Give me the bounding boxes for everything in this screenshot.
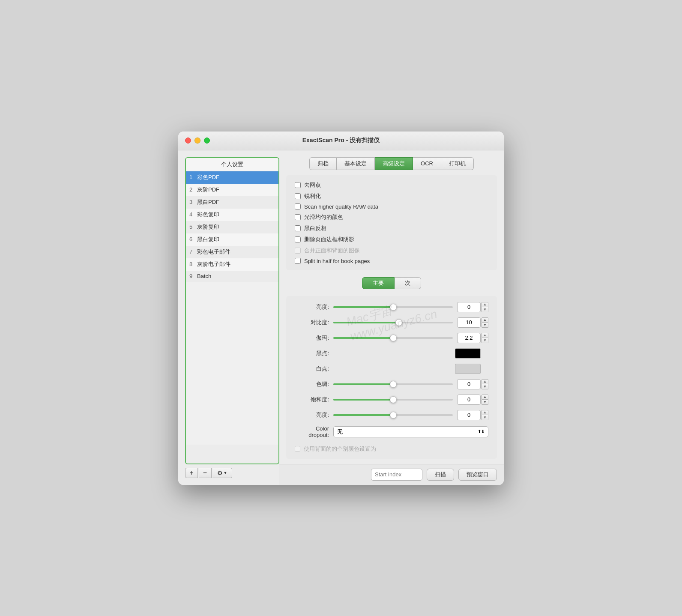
sidebar-item[interactable]: 8灰阶电子邮件: [186, 258, 278, 271]
item-label: 彩色电子邮件: [197, 248, 275, 256]
sidebar-header: 个人设置: [186, 158, 278, 171]
item-number: 5: [189, 224, 197, 230]
slider-track[interactable]: [333, 383, 453, 385]
sidebar-item[interactable]: 7彩色电子邮件: [186, 246, 278, 258]
option-checkbox-row: Split in half for book pages: [295, 258, 488, 264]
slider-value-box: 0 ▲ ▼: [457, 410, 488, 420]
bottom-bar: 扫描 预览窗口: [279, 464, 504, 485]
sidebar-item[interactable]: 1彩色PDF: [186, 171, 278, 184]
start-index-input[interactable]: [371, 469, 422, 481]
stepper-up[interactable]: ▲: [482, 333, 488, 338]
option-checkbox[interactable]: [295, 236, 301, 242]
color-label: 白点:: [295, 365, 329, 373]
sidebar-footer: + − ⚙ ▼: [185, 468, 279, 478]
slider-track[interactable]: [333, 414, 453, 416]
option-checkbox-row: Scan higher quality RAW data: [295, 203, 488, 210]
sub-tab[interactable]: 次: [395, 277, 421, 289]
gear-icon: ⚙: [217, 469, 223, 476]
main-tab[interactable]: OCR: [413, 157, 441, 170]
sidebar-item[interactable]: 9Batch: [186, 271, 278, 282]
option-checkbox-row: 去网点: [295, 181, 488, 189]
option-label: 去网点: [304, 181, 321, 189]
close-button[interactable]: [185, 138, 191, 144]
item-number: 6: [189, 236, 197, 242]
sub-tab[interactable]: 主要: [362, 277, 395, 289]
option-label: 合并正面和背面的图像: [304, 247, 360, 254]
option-checkbox[interactable]: [295, 225, 301, 231]
color-swatch[interactable]: [455, 348, 481, 359]
dropdown-row: Color dropout: 无 ⬆⬇: [295, 425, 488, 438]
sidebar-item[interactable]: 6黑白复印: [186, 233, 278, 246]
stepper-down[interactable]: ▼: [482, 384, 488, 389]
color-label: 黑点:: [295, 350, 329, 357]
slider-row: 黑点:: [295, 348, 488, 359]
minimize-button[interactable]: [194, 138, 200, 144]
slider-track[interactable]: [333, 337, 453, 339]
stepper-down[interactable]: ▼: [482, 323, 488, 328]
stepper: ▲ ▼: [482, 333, 488, 343]
main-tab[interactable]: 归档: [309, 157, 337, 170]
stepper: ▲ ▼: [482, 379, 488, 389]
remove-profile-button[interactable]: −: [199, 468, 212, 478]
add-profile-button[interactable]: +: [185, 468, 198, 478]
gear-button[interactable]: ⚙ ▼: [212, 468, 232, 478]
color-dropout-dropdown[interactable]: 无 ⬆⬇: [333, 426, 488, 437]
stepper-down[interactable]: ▼: [482, 400, 488, 405]
slider-track[interactable]: [333, 399, 453, 401]
traffic-lights: [185, 138, 210, 144]
option-checkbox: [295, 248, 301, 254]
sidebar-list-container: 个人设置 1彩色PDF2灰阶PDF3黑白PDF4彩色复印5灰阶复印6黑白复印7彩…: [185, 157, 279, 464]
stepper-up[interactable]: ▲: [482, 395, 488, 400]
slider-track[interactable]: [333, 306, 453, 308]
stepper-up[interactable]: ▲: [482, 379, 488, 384]
item-label: 黑白复印: [197, 236, 275, 243]
color-swatch[interactable]: [455, 364, 481, 374]
stepper-down[interactable]: ▼: [482, 415, 488, 420]
sidebar-empty-space: [186, 282, 278, 445]
item-label: 彩色复印: [197, 211, 275, 218]
sidebar-item[interactable]: 3黑白PDF: [186, 196, 278, 209]
stepper-up[interactable]: ▲: [482, 302, 488, 307]
option-checkbox[interactable]: [295, 203, 301, 209]
slider-value: 2.2: [457, 333, 481, 343]
preview-button[interactable]: 预览窗口: [458, 469, 497, 481]
scan-button[interactable]: 扫描: [427, 469, 454, 481]
slider-row: 对比度: 10 ▲ ▼: [295, 317, 488, 328]
option-checkbox-row: 光滑均匀的颜色: [295, 213, 488, 221]
sidebar-item[interactable]: 2灰阶PDF: [186, 184, 278, 196]
stepper-up[interactable]: ▲: [482, 410, 488, 415]
back-color-label: 使用背面的的个别颜色设置为: [304, 445, 376, 453]
item-number: 1: [189, 174, 197, 180]
option-label: Split in half for book pages: [304, 258, 370, 264]
dropdown-arrow-icon: ⬆⬇: [478, 429, 485, 434]
slider-track[interactable]: [333, 322, 453, 323]
option-checkbox[interactable]: [295, 193, 301, 199]
item-number: 2: [189, 186, 197, 193]
slider-value-box: 0 ▲ ▼: [457, 379, 488, 389]
options-panel: 去网点锐利化Scan higher quality RAW data光滑均匀的颜…: [286, 175, 497, 270]
maximize-button[interactable]: [204, 138, 210, 144]
slider-value: 0: [457, 302, 481, 312]
slider-value: 0: [457, 379, 481, 389]
option-label: 删除页面边框和阴影: [304, 236, 354, 243]
stepper-down[interactable]: ▼: [482, 307, 488, 312]
main-content: Mac宇宙www.yuanyz6.cn 归档基本设定高级设定OCR打印机 去网点…: [286, 157, 497, 478]
option-checkbox[interactable]: [295, 182, 301, 188]
option-checkbox[interactable]: [295, 258, 301, 264]
slider-label: 伽玛:: [295, 334, 329, 342]
item-label: 彩色PDF: [197, 173, 275, 181]
main-tab[interactable]: 打印机: [441, 157, 474, 170]
slider-value: 0: [457, 410, 481, 420]
option-label: 光滑均匀的颜色: [304, 213, 343, 221]
item-number: 3: [189, 199, 197, 205]
option-checkbox[interactable]: [295, 214, 301, 220]
sidebar-item[interactable]: 4彩色复印: [186, 209, 278, 221]
main-tab[interactable]: 高级设定: [375, 157, 413, 170]
item-label: 灰阶电子邮件: [197, 260, 275, 268]
slider-label: 对比度:: [295, 319, 329, 326]
item-label: 黑白PDF: [197, 198, 275, 206]
stepper-down[interactable]: ▼: [482, 338, 488, 343]
stepper-up[interactable]: ▲: [482, 317, 488, 323]
main-tab[interactable]: 基本设定: [337, 157, 375, 170]
sidebar-item[interactable]: 5灰阶复印: [186, 221, 278, 233]
